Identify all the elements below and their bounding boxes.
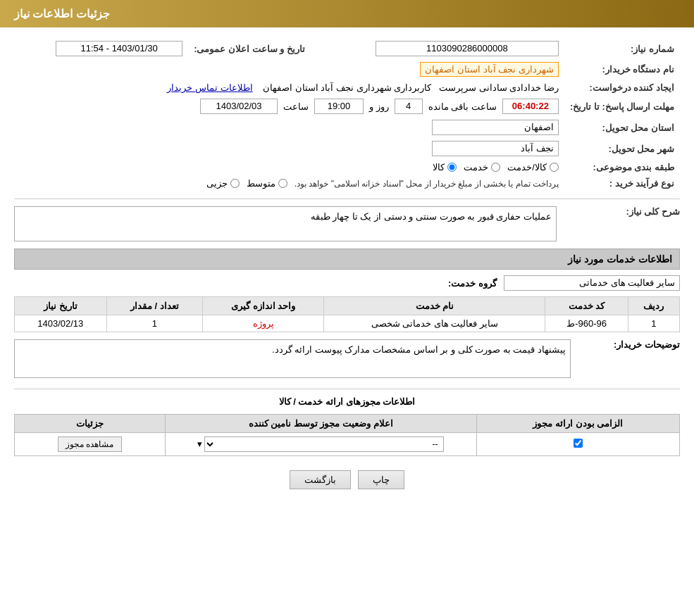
top-info-table: شماره نیاز: 1103090286000008 تاریخ و ساع… <box>14 38 680 191</box>
requester-role: کاربرداری شهرداری نجف آباد استان اصفهان <box>263 82 431 93</box>
page-wrapper: جزئیات اطلاعات نیاز شماره نیاز: 11030902… <box>0 0 694 616</box>
services-table: ردیف کد خدمت نام خدمت واحد اندازه گیری ت… <box>14 296 680 332</box>
delivery-city-label: شهر محل تحویل: <box>564 138 680 159</box>
response-deadline-label: مهلت ارسال پاسخ: تا تاریخ: <box>564 96 680 117</box>
purchase-type-note: پرداخت تمام یا بخشی از مبلغ خریدار از مح… <box>295 179 559 189</box>
col-header-unit: واحد اندازه گیری <box>203 297 324 315</box>
cell-date: 1403/02/13 <box>15 315 107 332</box>
permit-view-button[interactable]: مشاهده مجوز <box>58 436 121 452</box>
delivery-province-label: استان محل تحویل: <box>564 117 680 138</box>
permit-table-row: -- ▾ مشاهده مجوز <box>15 433 680 456</box>
response-remaining-label: ساعت باقی مانده <box>428 101 497 112</box>
page-title: جزئیات اطلاعات نیاز <box>14 8 110 20</box>
cell-name: سایر فعالیت های خدماتی شخصی <box>324 315 545 332</box>
response-date: 1403/02/03 <box>200 99 278 114</box>
permit-status-select[interactable]: -- <box>204 436 444 452</box>
need-description-label: شرح کلی نیاز: <box>567 206 680 217</box>
response-time: 19:00 <box>314 99 364 114</box>
need-description-section: شرح کلی نیاز: عملیات حفاری قبور به صورت … <box>14 206 680 241</box>
category-option-kala[interactable]: کالا <box>433 162 457 172</box>
response-time-label: ساعت <box>283 101 309 112</box>
buyer-notes-label: توضیحات خریدار: <box>581 339 680 350</box>
need-number-label: شماره نیاز: <box>564 38 680 59</box>
back-button[interactable]: بازگشت <box>290 470 351 489</box>
buyer-org-value: شهرداری نجف آباد استان اصفهان <box>420 62 558 77</box>
buyer-org-label: نام دستگاه خریدار: <box>564 59 680 80</box>
service-group-label: گروه خدمت: <box>448 278 497 289</box>
page-header: جزئیات اطلاعات نیاز <box>0 0 694 27</box>
print-button[interactable]: چاپ <box>358 470 404 489</box>
permit-required-checkbox[interactable] <box>574 439 583 448</box>
response-remaining: 06:40:22 <box>502 99 559 114</box>
col-header-name: نام خدمت <box>324 297 545 315</box>
announce-label: تاریخ و ساعت اعلان عمومی: <box>188 38 319 59</box>
permit-details-cell: مشاهده مجوز <box>15 433 166 456</box>
permit-section: الزامی بودن ارائه مجوز اعلام وضعیت مجوز … <box>14 414 680 456</box>
col-header-date: تاریخ نیاز <box>15 297 107 315</box>
permit-status-cell: -- ▾ <box>165 433 476 456</box>
buyer-notes-value: پیشنهاد قیمت به صورت کلی و بر اساس مشخصا… <box>14 339 571 378</box>
requester-label: ایجاد کننده درخواست: <box>564 80 680 96</box>
permit-col-details: جزئیات <box>15 415 166 433</box>
response-days: 4 <box>395 99 423 114</box>
requester-contact-link[interactable]: اطلاعات تماس خریدار <box>167 82 252 93</box>
category-label: طبقه بندی موضوعی: <box>564 159 680 175</box>
requester-name: رضا خدادادی سادانی سرپرست <box>439 82 559 93</box>
response-days-label: روز و <box>369 101 389 112</box>
permit-section-title: اطلاعات مجوزهای ارائه خدمت / کالا <box>14 396 680 407</box>
purchase-type-motavasset[interactable]: متوسط <box>247 178 287 189</box>
col-header-qty: تعداد / مقدار <box>106 297 203 315</box>
need-description-value: عملیات حفاری قبور به صورت سنتی و دستی از… <box>14 206 557 241</box>
permit-col-required: الزامی بودن ارائه مجوز <box>476 415 679 433</box>
need-number-value: 1103090286000008 <box>376 41 559 56</box>
service-group-value: سایر فعالیت های خدماتی <box>504 275 680 291</box>
cell-code: 960-96-ط <box>545 315 628 332</box>
announce-datetime-value: 1403/01/30 - 11:54 <box>56 41 182 56</box>
purchase-type-label: نوع فرآیند خرید : <box>564 175 680 191</box>
col-header-code: کد خدمت <box>545 297 628 315</box>
main-content: شماره نیاز: 1103090286000008 تاریخ و ساع… <box>0 27 694 514</box>
delivery-province-value: اصفهان <box>432 120 559 135</box>
permit-required-cell <box>476 433 679 456</box>
table-row: 1 960-96-ط سایر فعالیت های خدماتی شخصی پ… <box>15 315 680 332</box>
col-header-row: ردیف <box>628 297 679 315</box>
permit-table: الزامی بودن ارائه مجوز اعلام وضعیت مجوز … <box>14 414 680 456</box>
delivery-city-value: نجف آباد <box>432 141 559 156</box>
category-option-khedmat[interactable]: خدمت <box>464 162 500 172</box>
permit-col-status: اعلام وضعیت مجوز توسط نامین کننده <box>165 415 476 433</box>
bottom-buttons: چاپ بازگشت <box>14 470 680 489</box>
buyer-notes-section: توضیحات خریدار: پیشنهاد قیمت به صورت کلی… <box>14 339 680 378</box>
category-option-kala-khedmat[interactable]: کالا/خدمت <box>507 162 559 172</box>
services-section-header: اطلاعات خدمات مورد نیاز <box>14 249 680 270</box>
cell-unit: پروژه <box>203 315 324 332</box>
cell-quantity: 1 <box>106 315 203 332</box>
purchase-type-jozee[interactable]: جزیی <box>206 178 240 189</box>
cell-row: 1 <box>628 315 679 332</box>
